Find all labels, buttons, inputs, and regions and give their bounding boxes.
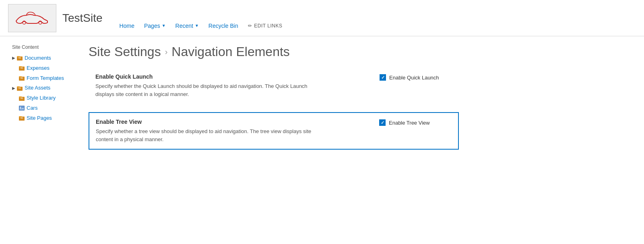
expand-arrow-site-assets: ▶: [12, 85, 15, 92]
tree-view-checkbox[interactable]: [379, 119, 386, 126]
quick-launch-section: Enable Quick Launch Specify whether the …: [89, 67, 459, 104]
svg-rect-3: [17, 56, 20, 57]
sidebar-item-site-pages[interactable]: Site Pages: [12, 113, 68, 123]
logo-image: [12, 8, 52, 28]
logo-area: TestSite: [8, 4, 103, 32]
svg-rect-5: [19, 58, 21, 58]
nav-recycle-bin[interactable]: Recycle Bin: [204, 19, 243, 33]
folder-doc-icon-documents: [17, 55, 23, 61]
sidebar-item-cars[interactable]: Cars: [12, 103, 68, 113]
tree-view-label: Enable Tree View: [96, 119, 363, 125]
sidebar-title: Site Content: [12, 44, 68, 50]
sidebar-item-form-templates[interactable]: Form Templates: [12, 73, 68, 83]
folder-doc-icon-expenses: [19, 65, 25, 71]
expand-arrow-documents: ▶: [12, 55, 15, 61]
header: TestSite Home Pages ▼ Recent ▼ Recycle B…: [0, 0, 644, 36]
nav-pages[interactable]: Pages ▼: [139, 19, 171, 33]
quick-launch-inner: Enable Quick Launch Specify whether the …: [95, 73, 452, 98]
svg-rect-26: [19, 116, 22, 117]
tree-view-description: Specify whether a tree view should be di…: [96, 127, 317, 143]
nav-home[interactable]: Home: [115, 19, 139, 33]
folder-doc-icon-style-library: [19, 95, 25, 102]
quick-launch-checkbox-label: Enable Quick Launch: [389, 75, 439, 81]
svg-rect-11: [19, 76, 22, 77]
svg-rect-13: [21, 78, 23, 79]
main-layout: Site Content ▶ Documents Expenses Form T…: [0, 36, 644, 238]
svg-rect-21: [21, 98, 23, 99]
folder-doc-icon-site-pages: [19, 115, 25, 121]
sidebar: Site Content ▶ Documents Expenses Form T…: [0, 44, 72, 238]
pencil-icon: ✏: [248, 23, 252, 29]
pages-dropdown-icon: ▼: [162, 23, 166, 28]
svg-rect-12: [21, 77, 23, 78]
quick-launch-text: Enable Quick Launch Specify whether the …: [95, 73, 363, 98]
svg-rect-28: [21, 118, 23, 119]
top-navigation: Home Pages ▼ Recent ▼ Recycle Bin ✏ EDIT…: [115, 0, 287, 36]
sidebar-item-expenses[interactable]: Expenses: [12, 63, 68, 73]
svg-rect-4: [19, 57, 21, 58]
tree-view-text: Enable Tree View Specify whether a tree …: [96, 119, 363, 143]
svg-rect-23: [19, 106, 24, 110]
site-logo: [8, 4, 56, 32]
page-heading: Site Settings › Navigation Elements: [89, 44, 459, 59]
folder-doc-icon-site-assets: [17, 85, 23, 92]
tree-view-inner: Enable Tree View Specify whether a tree …: [96, 119, 452, 143]
heading-separator: ›: [165, 47, 168, 56]
svg-rect-19: [19, 96, 22, 98]
edit-links-button[interactable]: ✏ EDIT LINKS: [243, 19, 287, 33]
svg-rect-20: [21, 98, 23, 98]
tree-view-control: Enable Tree View: [363, 119, 452, 126]
quick-launch-control: Enable Quick Launch: [363, 73, 452, 81]
image-icon-cars: [19, 105, 25, 111]
svg-rect-27: [21, 117, 23, 118]
svg-rect-15: [17, 86, 20, 88]
recent-dropdown-icon: ▼: [195, 23, 199, 28]
nav-recent[interactable]: Recent ▼: [171, 19, 204, 33]
sidebar-item-site-assets[interactable]: ▶ Site Assets: [12, 83, 68, 93]
tree-view-checkbox-label: Enable Tree View: [389, 120, 430, 126]
sidebar-item-documents[interactable]: ▶ Documents: [12, 53, 68, 63]
quick-launch-label: Enable Quick Launch: [95, 73, 363, 80]
main-content: Site Settings › Navigation Elements Enab…: [72, 44, 475, 238]
quick-launch-description: Specify whether the Quick Launch should …: [95, 82, 317, 98]
svg-rect-17: [19, 88, 21, 89]
quick-launch-checkbox[interactable]: [380, 74, 386, 81]
svg-rect-9: [21, 68, 23, 69]
svg-rect-7: [19, 66, 22, 67]
folder-doc-icon-form-templates: [19, 75, 25, 81]
svg-rect-16: [19, 88, 21, 88]
tree-view-section: Enable Tree View Specify whether a tree …: [89, 112, 459, 150]
sidebar-item-style-library[interactable]: Style Library: [12, 93, 68, 103]
svg-rect-8: [21, 67, 23, 68]
site-title: TestSite: [62, 13, 103, 24]
